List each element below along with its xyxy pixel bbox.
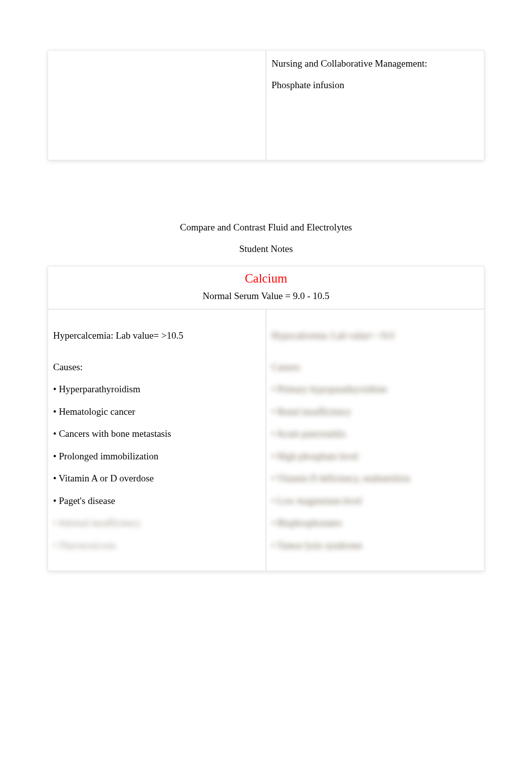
hypercalcemia-cause-item: • Cancers with bone metastasis [53, 427, 260, 441]
hypercalcemia-cell: Hypercalcemia: Lab value= >10.5 Causes: … [48, 309, 266, 571]
top-table: Nursing and Collaborative Management: Ph… [48, 50, 484, 160]
hypercalcemia-lab: Hypercalcemia: Lab value= >10.5 [53, 329, 260, 343]
normal-serum-value: Normal Serum Value = 9.0 - 10.5 [53, 291, 479, 302]
hypocalcemia-lab-blurred: Hypocalcemia: Lab value= <9.0 [272, 329, 479, 343]
hypercalcemia-causes-label: Causes: [53, 360, 260, 375]
hypercalcemia-cause-item-blurred: • Adrenal insufficiency [53, 516, 260, 531]
hypercalcemia-cause-item: • Hyperparathyroidism [53, 382, 260, 397]
hypocalcemia-cause-item-blurred: • Bisphosphonates [272, 516, 479, 531]
top-table-left-cell [48, 50, 266, 160]
hypocalcemia-cause-item-blurred: • Tumor lysis syndrome [272, 539, 479, 553]
hypercalcemia-cause-item: • Hematologic cancer [53, 405, 260, 419]
hypocalcemia-cause-item-blurred: • Renal insufficiency [272, 405, 479, 419]
management-body: Phosphate infusion [272, 78, 479, 93]
compare-contrast-heading: Compare and Contrast Fluid and Electroly… [48, 220, 484, 235]
mid-headings: Compare and Contrast Fluid and Electroly… [48, 220, 484, 256]
document-page: Nursing and Collaborative Management: Ph… [0, 0, 532, 571]
hypercalcemia-cause-item: • Prolonged immobilization [53, 449, 260, 464]
hypercalcemia-cause-item: • Paget's disease [53, 494, 260, 508]
student-notes-heading: Student Notes [48, 242, 484, 256]
calcium-table: Calcium Normal Serum Value = 9.0 - 10.5 … [48, 266, 484, 571]
hypercalcemia-cause-item-blurred: • Thyrotoxicosis [53, 539, 260, 553]
hypocalcemia-cause-item-blurred: • Acute pancreatitis [272, 427, 479, 441]
hypocalcemia-cause-item-blurred: • Vitamin D deficiency, malnutrition [272, 471, 479, 486]
hypocalcemia-cause-item-blurred: • Low magnesium level [272, 494, 479, 508]
hypocalcemia-cell: Hypocalcemia: Lab value= <9.0 Causes: • … [266, 309, 484, 571]
top-table-right-cell: Nursing and Collaborative Management: Ph… [266, 50, 484, 160]
hypocalcemia-causes-label-blurred: Causes: [272, 360, 479, 375]
calcium-title: Calcium [53, 272, 479, 286]
hypocalcemia-cause-item-blurred: • High phosphate level [272, 449, 479, 464]
management-heading: Nursing and Collaborative Management: [272, 57, 479, 71]
calcium-header-cell: Calcium Normal Serum Value = 9.0 - 10.5 [48, 266, 484, 309]
hypercalcemia-cause-item: • Vitamin A or D overdose [53, 471, 260, 486]
hypocalcemia-cause-item-blurred: • Primary hypoparathyroidism [272, 382, 479, 397]
